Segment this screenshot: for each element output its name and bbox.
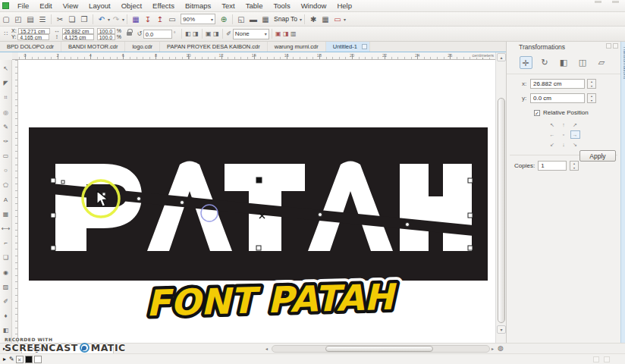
- snap-to-button[interactable]: Snap To: [272, 15, 300, 23]
- width-field[interactable]: 26.882 cm: [62, 28, 94, 34]
- copies-field[interactable]: 1: [538, 161, 567, 171]
- y-offset-field[interactable]: 0.0 cm: [530, 93, 585, 103]
- menu-item[interactable]: File: [12, 1, 34, 11]
- print-icon[interactable]: ☰: [36, 13, 49, 26]
- vertical-ruler[interactable]: [12, 60, 18, 343]
- height-field[interactable]: 4.125 cm: [62, 34, 94, 40]
- menu-item[interactable]: Tools: [268, 1, 295, 11]
- fill-color-swatch[interactable]: [25, 356, 33, 363]
- toolbox-tool[interactable]: A: [1, 193, 11, 207]
- redo-dropdown-icon[interactable]: ▾: [122, 17, 124, 22]
- menu-item[interactable]: Edit: [34, 1, 57, 11]
- scale-x-field[interactable]: 100.0: [97, 28, 115, 34]
- toolbox-tool[interactable]: ⟷: [1, 221, 11, 236]
- x-offset-field[interactable]: 26.882 cm: [530, 79, 585, 89]
- drawing-canvas[interactable]: FONT PATAH FONT PATAH: [18, 60, 495, 343]
- vertical-scrollbar[interactable]: ▴ ▾: [495, 52, 506, 343]
- caption-font-patah[interactable]: FONT PATAH FONT PATAH: [146, 276, 398, 325]
- docker-side-tab[interactable]: Transformations: [620, 42, 625, 345]
- size-transform-icon[interactable]: ◫: [576, 56, 589, 69]
- rotation-angle-field[interactable]: 0.0: [143, 30, 172, 39]
- menu-item[interactable]: Effects: [147, 1, 180, 11]
- position-transform-icon[interactable]: ✛: [520, 56, 532, 69]
- skew-transform-icon[interactable]: ▱: [595, 56, 608, 69]
- collapse-icon[interactable]: [606, 43, 611, 49]
- document-tab[interactable]: BPD DOLOPO.cdr: [0, 42, 61, 52]
- export-icon[interactable]: ↥: [154, 13, 166, 26]
- menu-item[interactable]: Table: [240, 1, 269, 11]
- menu-item[interactable]: Object: [116, 1, 147, 11]
- text-wrap-icon[interactable]: ▣: [205, 30, 212, 37]
- anchor-point[interactable]: ▫: [559, 130, 569, 139]
- document-tab[interactable]: warung murni.cdr: [268, 42, 326, 52]
- toolbox-tool[interactable]: ↖: [1, 61, 11, 76]
- toolbox-tool[interactable]: ▦: [1, 207, 11, 221]
- show-rulers-icon[interactable]: ▬: [247, 13, 259, 26]
- x-offset-spinner[interactable]: ▴ ▾: [587, 79, 596, 89]
- toolbox-tool[interactable]: ♦: [1, 309, 11, 323]
- anchor-point[interactable]: ↙: [548, 140, 557, 149]
- scale-y-field[interactable]: 100.0: [97, 34, 115, 40]
- toolbox-tool[interactable]: ❏: [1, 250, 11, 265]
- toolbox-tool[interactable]: ⬠: [1, 178, 11, 193]
- welcome-screen-icon[interactable]: ▦: [319, 13, 331, 26]
- import-icon[interactable]: ↧: [142, 13, 154, 26]
- y-position-field[interactable]: 4.165 cm: [17, 34, 49, 40]
- toolbox-tool[interactable]: ○: [1, 163, 11, 177]
- mirror-horizontal-icon[interactable]: ◧: [184, 30, 192, 37]
- cut-icon[interactable]: ✂: [54, 13, 66, 26]
- menu-item[interactable]: Layout: [83, 1, 116, 11]
- scroll-up-icon[interactable]: ▴: [497, 53, 506, 61]
- docker-buttons[interactable]: [606, 43, 618, 49]
- anchor-point[interactable]: ↗: [570, 121, 580, 129]
- anchor-point[interactable]: ←: [548, 130, 557, 139]
- lock-ratio-icon[interactable]: [127, 32, 132, 36]
- menu-item[interactable]: Bitmaps: [180, 1, 216, 11]
- new-document-icon[interactable]: ▢: [0, 13, 12, 26]
- relative-position-checkbox[interactable]: ✓: [534, 110, 540, 116]
- close-icon[interactable]: [362, 44, 367, 49]
- window-controls[interactable]: [595, 1, 619, 3]
- publish-pdf-icon[interactable]: ▭: [166, 13, 178, 26]
- presentation-icon[interactable]: ▭: [331, 13, 344, 26]
- more-options-icon[interactable]: ▥: [290, 30, 297, 37]
- minimize-icon[interactable]: [595, 1, 601, 3]
- menu-item[interactable]: Help: [331, 1, 357, 11]
- menu-item[interactable]: Text: [216, 1, 240, 11]
- edit-fill-icon[interactable]: ◨: [282, 30, 290, 37]
- quick-customize-icon[interactable]: ▣: [275, 30, 282, 37]
- toolbox-tool[interactable]: ✑: [1, 134, 11, 149]
- menu-item[interactable]: Window: [296, 1, 332, 11]
- anchor-point[interactable]: →: [570, 130, 580, 139]
- options-icon[interactable]: ✱: [307, 13, 319, 26]
- maximize-icon[interactable]: [612, 1, 619, 3]
- scroll-left-icon[interactable]: ◂: [265, 346, 268, 351]
- document-tab[interactable]: BANDI MOTOR.cdr: [61, 42, 125, 52]
- save-icon[interactable]: ▤: [24, 13, 36, 26]
- toolbox-tool[interactable]: ▨: [1, 280, 11, 294]
- apply-button[interactable]: Apply: [579, 150, 616, 162]
- toolbox-tool[interactable]: ◤: [1, 76, 11, 90]
- toolbox-tool[interactable]: ⌐: [1, 236, 11, 250]
- scale-mirror-transform-icon[interactable]: ◧: [557, 56, 570, 69]
- horizontal-scrollbar[interactable]: [272, 345, 490, 353]
- vertical-scrollbar-thumb[interactable]: [498, 98, 505, 323]
- outline-width-combo[interactable]: None ▾: [233, 29, 269, 39]
- toolbox-tool[interactable]: ◎: [1, 105, 11, 120]
- ruler-origin-corner[interactable]: [12, 52, 18, 60]
- copies-spinner[interactable]: ▴ ▾: [570, 161, 579, 171]
- toolbox-tool[interactable]: ◧: [1, 323, 11, 337]
- presentation-dropdown-icon[interactable]: ▾: [344, 17, 346, 22]
- rotate-transform-icon[interactable]: ↻: [539, 56, 551, 69]
- x-position-field[interactable]: 15.271 cm: [18, 28, 50, 34]
- zoom-level-combo[interactable]: 90% ▾: [181, 14, 215, 24]
- anchor-point[interactable]: ↖: [548, 121, 557, 129]
- horizontal-ruler[interactable]: 0246810121416182022242628 centimeters: [18, 52, 495, 60]
- paste-icon[interactable]: ❐: [78, 13, 90, 26]
- anchor-point[interactable]: ↘: [570, 140, 580, 149]
- page-tab[interactable]: Page 1: [21, 344, 114, 353]
- y-offset-spinner[interactable]: ▴ ▾: [587, 93, 596, 103]
- fullscreen-preview-icon[interactable]: ◱: [235, 13, 247, 26]
- scroll-right-icon[interactable]: ▸: [492, 346, 494, 351]
- outline-color-swatch[interactable]: [34, 356, 42, 363]
